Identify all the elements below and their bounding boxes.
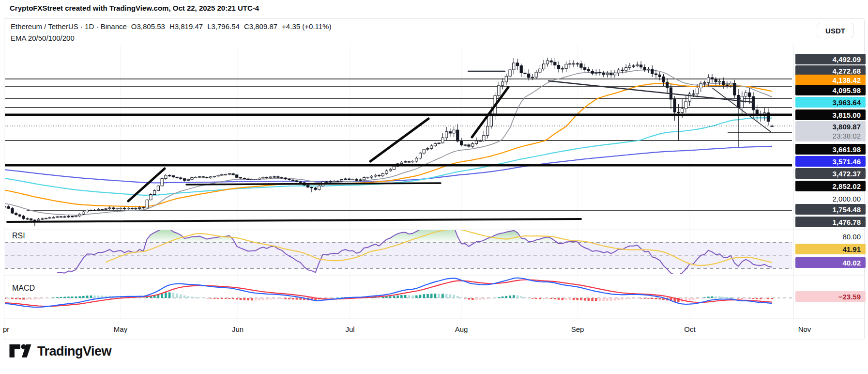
tradingview-published-chart: CryptoFXStreet created with TradingView.…	[0, 0, 868, 374]
price-axis-label: 1,754.48	[795, 204, 866, 215]
brand-name: TradingView	[37, 344, 111, 359]
macd-pane-label[interactable]: MACD	[12, 284, 35, 293]
ohlc-open: O3,805.53	[131, 22, 165, 31]
time-axis-label: Jun	[232, 325, 244, 333]
price-axis-label: 2,852.02	[795, 181, 866, 191]
price-axis-label: 1,476.78	[795, 217, 866, 227]
price-axis-label: 4,095.98	[795, 85, 866, 95]
symbol-title: Ethereum / TetherUS · 1D · Binance	[11, 22, 127, 31]
price-axis-label: 3,661.98	[795, 144, 866, 155]
last-price-value: 3,809.87	[833, 122, 861, 132]
bar-countdown: 23:38:02	[833, 132, 861, 140]
time-axis-label: May	[114, 325, 127, 333]
ohlc-close: C3,809.87	[244, 22, 277, 31]
ohlc-low: L3,796.54	[207, 22, 240, 31]
price-axis-label: 3,963.64	[795, 97, 866, 108]
ohlc-high: H3,819.47	[169, 22, 203, 31]
tradingview-logo-icon	[9, 342, 32, 360]
price-axis-label: 41.91	[795, 244, 866, 254]
price-axis-label: 3,815.00	[795, 109, 866, 120]
price-axis-label: 3,809.8723:38:02	[795, 121, 866, 141]
price-axis-label: 4,492.09	[795, 54, 866, 64]
chart-legend[interactable]: Ethereum / TetherUS · 1D · Binance O3,80…	[11, 22, 331, 31]
price-axis-label: 40.02	[795, 257, 866, 268]
chart-canvas[interactable]	[0, 0, 868, 374]
time-axis-label: Oct	[684, 325, 695, 333]
currency-toggle-button[interactable]: USDT	[817, 23, 854, 38]
price-axis-label: 80.00	[795, 231, 866, 242]
rsi-pane-label[interactable]: RSI	[12, 232, 25, 240]
time-axis-label: pr	[3, 325, 9, 333]
price-axis-label: 4,138.42	[795, 75, 866, 85]
ema-indicator-legend[interactable]: EMA 20/50/100/200	[11, 34, 75, 42]
time-axis-label: Sep	[571, 325, 584, 333]
time-axis-label: Jul	[345, 325, 354, 333]
price-axis-label: −23.59	[795, 291, 866, 302]
price-axis-label: 2,000.00	[795, 193, 866, 204]
brand-footer: TradingView	[9, 342, 111, 360]
price-axis-label: 3,472.37	[795, 168, 866, 179]
time-axis-label: Aug	[455, 325, 468, 333]
price-axis-label: 3,571.46	[795, 156, 866, 167]
time-axis-label: Nov	[798, 325, 811, 333]
ohlc-change: +4.35 (+0.11%)	[282, 22, 331, 31]
